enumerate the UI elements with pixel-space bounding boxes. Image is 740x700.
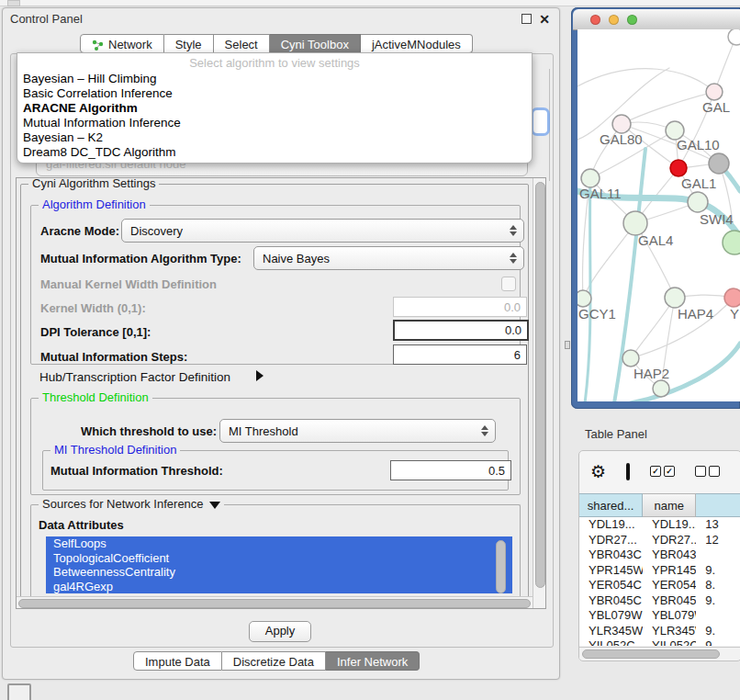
table-cell: YDL19... [579,517,643,533]
table-cell: 12 [696,533,740,548]
hub-expand-icon[interactable] [256,370,263,381]
collapse-icon[interactable] [209,502,220,509]
table-cell: YDR27... [643,533,696,548]
mi-steps-field[interactable]: 6 [393,344,527,365]
node-gal11[interactable] [581,169,600,187]
splitter-grip[interactable] [565,341,570,349]
mi-threshold-title: MI Threshold Definition [50,443,180,457]
hub-definition-label[interactable]: Hub/Transcription Factor Definition [39,370,230,384]
table-cell: YIL052C [643,638,696,646]
table-row[interactable]: YBL079WYBL079W [579,608,740,624]
tab-style[interactable]: Style [164,34,214,53]
table-hscrollbar[interactable] [579,647,740,660]
dropdown-item-bayesian-k2[interactable]: Bayesian – K2 [17,130,532,145]
network-edge[interactable] [577,69,714,92]
network-edge[interactable] [622,92,714,124]
table-cell: YER054C [643,578,696,593]
tab-cyni-toolbox[interactable]: Cyni Toolbox [270,34,361,53]
close-traffic-light-icon[interactable] [590,15,600,25]
tab-impute-data[interactable]: Impute Data [133,651,222,671]
table-row[interactable]: YLR345WYLR345W9. [579,624,740,639]
dpi-tolerance-label: DPI Tolerance [0,1]: [40,325,151,339]
minimized-window-icon[interactable] [7,683,31,700]
manual-kernel-checkbox[interactable] [501,277,516,291]
node-gal-cut[interactable] [706,84,723,100]
dropdown-item-bayesian-hill-climbing[interactable]: Bayesian – Hill Climbing [17,72,532,86]
network-edge[interactable] [631,298,675,358]
minimize-traffic-light-icon[interactable] [609,15,619,25]
tab-label: Discretize Data [233,655,314,669]
close-icon[interactable]: ✕ [539,14,550,25]
mi-threshold-field[interactable]: 0.5 [390,460,511,480]
apply-button[interactable]: Apply [249,621,311,642]
tab-infer-network[interactable]: Infer Network [326,651,420,671]
which-threshold-combo[interactable]: MI Threshold [219,419,496,443]
kernel-width-field[interactable]: 0.0 [393,297,527,317]
list-scrollbar-thumb[interactable] [496,540,506,593]
tab-jactivemnodules[interactable]: jActiveMNodules [361,34,473,53]
tab-select[interactable]: Select [214,34,270,53]
table-row[interactable]: YBR043CYBR043C [579,548,740,563]
mi-threshold-value: 0.5 [488,464,505,478]
dpi-tolerance-field[interactable]: 0.0 [393,320,529,341]
tab-discretize-data[interactable]: Discretize Data [222,651,326,671]
column-header-shared...[interactable]: shared... [579,493,643,517]
attribute-item-gal4rgexp[interactable]: gal4RGexp [46,580,512,594]
node-gcy1[interactable] [577,290,591,307]
node-green-right[interactable] [723,231,740,254]
attribute-item-selfloops[interactable]: SelfLoops [46,536,512,551]
table-cell: YPR145W [579,563,643,579]
node-gal-cut-label: GAL [702,99,730,115]
zoom-traffic-light-icon[interactable] [627,15,637,25]
columns-icon[interactable] [626,463,630,480]
settings-vscrollbar[interactable] [533,178,546,608]
column-header-cut[interactable] [696,493,740,517]
settings-vscrollbar-thumb[interactable] [535,182,545,588]
which-threshold-value: MI Threshold [229,424,298,438]
dropdown-item-basic-correlation-inference[interactable]: Basic Correlation Inference [17,86,532,101]
table-row[interactable]: YDL19...YDL19...13 [579,517,740,533]
tab-network[interactable]: Network [80,34,164,53]
float-icon[interactable] [521,14,532,24]
table-row[interactable]: YPR145WYPR145W9. [579,563,740,579]
dropdown-item-aracne-algorithm[interactable]: ARACNE Algorithm [17,101,532,116]
settings-hscrollbar-thumb[interactable] [18,599,531,608]
node-hap4[interactable] [665,288,685,308]
node-hap2[interactable] [622,350,639,367]
data-attributes-list[interactable]: SelfLoopsTopologicalCoefficientBetweenne… [46,536,512,597]
attribute-item-topologicalcoefficient[interactable]: TopologicalCoefficient [46,551,512,566]
table-hscrollbar-thumb[interactable] [582,649,720,659]
column-header-name[interactable]: name [643,493,696,517]
node-gal4-label: GAL4 [638,232,673,248]
mi-threshold-group: MI Threshold Definition Mutual Informati… [42,450,509,491]
threshold-definition-group: Threshold Definition Which threshold to … [30,398,521,495]
aracne-mode-combo[interactable]: Discovery [121,219,524,243]
mi-type-combo[interactable]: Naive Bayes [253,246,524,270]
node-gal80[interactable] [612,115,631,133]
node-gal1[interactable] [670,160,687,176]
network-canvas[interactable]: GALGAL80GAL10GAL1SWI4GAL11GAL4GCY1HAP4YH… [577,29,740,401]
unchecked-boxes-icon[interactable] [695,466,720,477]
table-panel-title: Table Panel [585,427,647,441]
node-top-partial[interactable] [728,29,740,45]
node-gray[interactable] [709,153,729,174]
kernel-width-label: Kernel Width (0,1): [40,301,146,315]
gear-icon[interactable]: ⚙ [590,461,606,482]
dropdown-item-mutual-information-inference[interactable]: Mutual Information Inference [17,116,532,130]
node-swi4[interactable] [688,192,708,212]
settings-hscrollbar[interactable] [17,596,533,609]
table-cell: YLR345W [643,624,696,639]
node-gal10-label: GAL10 [677,137,720,152]
network-window-titlebar[interactable] [573,9,740,30]
dropdown-item-dream8-dc-tdc-algorithm[interactable]: Dream8 DC_TDC Algorithm [17,145,532,160]
node-salmon[interactable] [724,288,740,307]
table-row[interactable]: YER054CYER054C8. [579,578,740,593]
node-bottom-partial[interactable] [653,380,669,397]
table-row[interactable]: YBR045CYBR045C9. [579,593,740,609]
kernel-width-value: 0.0 [504,300,521,314]
table-row[interactable]: YIL052CYIL052C9 [579,638,740,646]
cyni-settings-scrollpane: Cyni Algorithm Settings Algorithm Defini… [16,177,546,609]
checked-boxes-icon[interactable]: ✓✓ [650,466,675,477]
attribute-item-betweennesscentrality[interactable]: BetweennessCentrality [46,565,512,580]
table-row[interactable]: YDR27...YDR27...12 [579,533,740,548]
